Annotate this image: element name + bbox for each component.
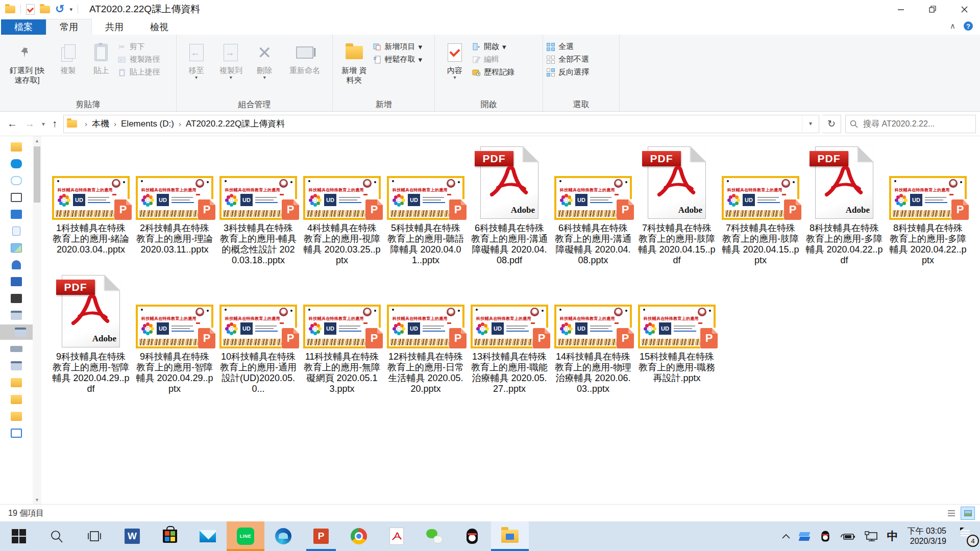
nav-pane-item[interactable] <box>0 173 33 188</box>
details-view-button[interactable] <box>944 507 959 520</box>
file-item[interactable]: 科技輔具在特殊教育上的應用 UD P 2科技輔具在特殊教育上的應用-理論 202… <box>133 143 216 272</box>
ime-language-indicator[interactable]: 中 <box>887 529 898 544</box>
file-item[interactable]: 科技輔具在特殊教育上的應用 UD P 3科技輔具在特殊教育上的應用-輔具的概念性… <box>216 143 300 272</box>
pin-to-quick-access-button[interactable]: 釘選到 [快速存取] <box>3 38 51 87</box>
forward-button[interactable]: → <box>24 118 35 130</box>
delete-button[interactable]: ✕ 刪除 ▾ <box>249 38 280 82</box>
restore-button[interactable] <box>917 0 948 18</box>
customize-qat-chevron-icon[interactable]: ▾ <box>69 6 72 13</box>
new-item-button[interactable]: 新增項目 ▾ <box>373 42 431 52</box>
undo-icon[interactable]: ↺ <box>55 4 64 14</box>
tab-view[interactable]: 檢視 <box>137 19 182 35</box>
copy-to-button[interactable]: 複製到 ▾ <box>213 38 249 82</box>
history-button[interactable]: 歷程記錄 <box>472 67 538 77</box>
nav-pane-item[interactable] <box>0 425 33 441</box>
line-button[interactable]: LINE <box>227 521 264 551</box>
collapse-ribbon-icon[interactable]: ∧ <box>950 21 955 31</box>
mail-button[interactable] <box>189 521 227 551</box>
copy-path-button[interactable]: 複製路徑 <box>117 55 173 64</box>
scroll-down-icon[interactable]: ▼ <box>33 495 41 504</box>
address-bar[interactable]: › 本機 › Elements (D:) › AT2020.2.22Q課上傳資料… <box>63 115 819 133</box>
scrollbar-thumb[interactable] <box>34 146 40 203</box>
new-folder-quick-icon[interactable] <box>40 6 50 13</box>
file-item[interactable]: 科技輔具在特殊教育上的應用 UD P 8科技輔具在特殊教育上的應用-多障輔具 2… <box>886 143 970 272</box>
file-explorer-button[interactable] <box>491 521 529 551</box>
file-item[interactable]: 科技輔具在特殊教育上的應用 UD P 7科技輔具在特殊教育上的應用-肢障輔具 2… <box>719 143 802 272</box>
move-to-button[interactable]: 移至 ▾ <box>180 38 213 82</box>
breadcrumb-current-folder[interactable]: AT2020.2.22Q課上傳資料 <box>185 118 286 130</box>
file-item[interactable]: PDF Adobe 9科技輔具在特殊教育上的應用-智障輔具 2020.04.29… <box>49 272 133 400</box>
powerpoint-button[interactable]: P <box>302 521 340 551</box>
close-button[interactable] <box>948 0 980 18</box>
nav-pane-item[interactable] <box>0 257 33 272</box>
battery-icon[interactable] <box>840 532 855 540</box>
file-item[interactable]: 科技輔具在特殊教育上的應用 UD P 10科技輔具在特殊教育上的應用-通用設計(… <box>216 272 300 400</box>
edge-button[interactable] <box>264 521 302 551</box>
taskbar-clock[interactable]: 下午 03:05 2020/3/19 <box>908 526 946 546</box>
properties-button[interactable]: 內容 ▾ <box>438 38 472 82</box>
rename-button[interactable]: 重新命名 <box>280 38 329 77</box>
file-item[interactable]: PDF Adobe 7科技輔具在特殊教育上的應用-肢障輔具 2020.04.15… <box>635 143 719 272</box>
qq-button[interactable] <box>453 521 491 551</box>
nav-pane-item[interactable] <box>0 341 33 357</box>
nav-pane-item[interactable] <box>0 139 33 155</box>
network-icon[interactable] <box>865 531 878 541</box>
breadcrumb-this-pc[interactable]: 本機 <box>91 118 110 130</box>
easy-access-button[interactable]: 輕鬆存取 ▾ <box>373 55 431 64</box>
file-item[interactable]: 科技輔具在特殊教育上的應用 UD P 12科技輔具在特殊教育上的應用-日常生活輔… <box>384 272 468 400</box>
nav-pane-item[interactable] <box>0 240 33 256</box>
nav-pane-item[interactable] <box>0 308 33 323</box>
refresh-button[interactable]: ↻ <box>822 115 841 133</box>
cut-button[interactable]: ✂ 剪下 <box>117 42 173 52</box>
search-input[interactable] <box>862 119 956 129</box>
file-item[interactable]: 科技輔具在特殊教育上的應用 UD P 1科技輔具在特殊教育上的應用-緒論 202… <box>49 143 133 272</box>
open-button[interactable]: 開啟 ▾ <box>472 42 538 52</box>
file-item[interactable]: 科技輔具在特殊教育上的應用 UD P 11科技輔具在特殊教育上的應用-無障礙網頁… <box>300 272 384 400</box>
tray-stack-app-icon[interactable] <box>799 531 811 541</box>
tray-qq-icon[interactable] <box>820 529 831 544</box>
file-item[interactable]: 科技輔具在特殊教育上的應用 UD P 14科技輔具在特殊教育上的應用-物理治療輔… <box>551 272 635 400</box>
nav-pane-item[interactable] <box>0 156 33 171</box>
wechat-button[interactable] <box>415 521 453 551</box>
acrobat-button[interactable] <box>378 521 415 551</box>
copy-button[interactable]: 複製 <box>51 38 85 77</box>
tab-file[interactable]: 檔案 <box>1 19 46 35</box>
nav-pane-item[interactable] <box>0 291 33 306</box>
file-item[interactable]: 科技輔具在特殊教育上的應用 UD P 9科技輔具在特殊教育上的應用-智障輔具 2… <box>133 272 216 400</box>
tab-share[interactable]: 共用 <box>92 19 137 35</box>
action-center-button[interactable]: 4 <box>959 528 976 545</box>
nav-pane-item[interactable] <box>0 409 33 424</box>
file-item[interactable]: 科技輔具在特殊教育上的應用 UD P 15科技輔具在特殊教育上的應用-職務再設計… <box>635 272 719 400</box>
nav-pane-item[interactable] <box>0 190 33 205</box>
file-item[interactable]: 科技輔具在特殊教育上的應用 UD P 4科技輔具在特殊教育上的應用-視障輔具 2… <box>300 143 384 272</box>
search-box[interactable] <box>845 115 976 133</box>
minimize-button[interactable] <box>885 0 917 18</box>
invert-selection-button[interactable]: 反向選擇 <box>546 67 616 77</box>
select-none-button[interactable]: 全部不選 <box>546 55 616 64</box>
nav-pane-scrollbar[interactable]: ▲ ▼ <box>33 136 41 504</box>
nav-pane-item[interactable] <box>0 223 33 239</box>
breadcrumb-drive[interactable]: Elements (D:) <box>120 119 175 129</box>
task-view-button[interactable] <box>76 521 113 551</box>
file-item[interactable]: PDF Adobe 6科技輔具在特殊教育上的應用-溝通障礙輔具 2020.04.… <box>468 143 551 272</box>
file-item[interactable]: 科技輔具在特殊教育上的應用 UD P 13科技輔具在特殊教育上的應用-職能治療輔… <box>468 272 551 400</box>
file-item[interactable]: PDF Adobe 8科技輔具在特殊教育上的應用-多障輔具 2020.04.22… <box>802 143 886 272</box>
tab-home[interactable]: 常用 <box>46 19 92 35</box>
nav-pane-item[interactable] <box>0 392 33 407</box>
recent-locations-chevron-icon[interactable]: ▾ <box>42 120 45 128</box>
help-icon[interactable]: ? <box>964 21 973 31</box>
new-folder-button[interactable]: 新增 資料夾 <box>336 38 373 87</box>
nav-pane-item[interactable] <box>0 207 33 222</box>
paste-button[interactable]: 貼上 <box>85 38 117 77</box>
start-button[interactable] <box>0 521 38 551</box>
address-dropdown-chevron-icon[interactable]: ▾ <box>802 115 819 132</box>
chrome-button[interactable] <box>340 521 378 551</box>
nav-pane-item[interactable] <box>0 274 33 289</box>
select-all-button[interactable]: 全選 <box>546 42 616 52</box>
file-item[interactable]: 科技輔具在特殊教育上的應用 UD P 5科技輔具在特殊教育上的應用-聽語障輔具 … <box>384 143 468 272</box>
paste-shortcut-button[interactable]: 貼上捷徑 <box>117 67 173 77</box>
thumbnails-view-button[interactable] <box>961 507 975 520</box>
up-button[interactable]: ↑ <box>52 118 57 130</box>
scroll-up-icon[interactable]: ▲ <box>33 136 41 145</box>
taskbar-search-button[interactable] <box>38 521 76 551</box>
